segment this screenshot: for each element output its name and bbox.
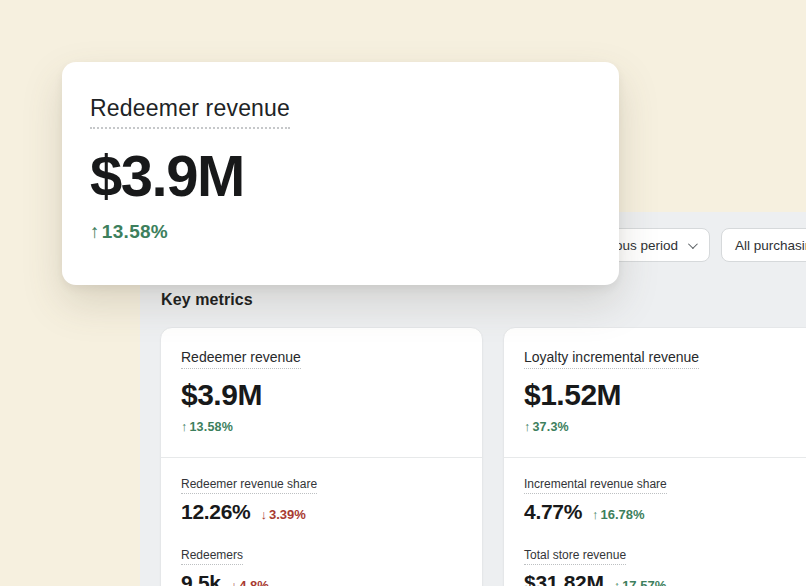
chevron-down-icon [688, 239, 698, 249]
period-filter-label: ous period [615, 238, 678, 253]
trend-change: 17.57% [614, 578, 667, 586]
metric-cards-row: Redeemer revenue $3.9M 13.58% Redeemer r… [160, 327, 806, 586]
sub-metric-label-tooltip-trigger[interactable]: Redeemers [181, 548, 243, 565]
metric-title-tooltip-trigger[interactable]: Redeemer revenue [181, 349, 301, 369]
card-primary-metric: Redeemer revenue $3.9M 13.58% [161, 328, 482, 458]
trend-arrow-icon [181, 420, 187, 434]
trend-change: 16.78% [592, 507, 645, 522]
sub-metric: Redeemers 9.5k 4.8% [181, 545, 462, 586]
card-sub-metrics: Incremental revenue share 4.77% 16.78% T… [504, 458, 806, 586]
sub-metric-label-tooltip-trigger[interactable]: Incremental revenue share [524, 477, 667, 494]
sub-metric-label-tooltip-trigger[interactable]: Redeemer revenue share [181, 477, 317, 494]
change-value: 16.78% [601, 507, 645, 522]
card-primary-metric: Loyalty incremental revenue $1.52M 37.3% [504, 328, 806, 458]
trend-change: 4.8% [231, 578, 269, 586]
change-value: 13.58% [189, 420, 233, 434]
sub-metric-value: $31.82M [524, 571, 604, 586]
loyalty-incremental-revenue-card: Loyalty incremental revenue $1.52M 37.3%… [503, 327, 806, 586]
trend-change: 13.58% [181, 420, 233, 434]
trend-change: 3.39% [260, 507, 305, 522]
change-value: 37.3% [532, 420, 568, 434]
purchasing-filter-label: All purchasing [735, 238, 806, 253]
card-sub-metrics: Redeemer revenue share 12.26% 3.39% Rede… [161, 458, 482, 586]
trend-arrow-icon [90, 221, 100, 243]
sub-metric-value: 4.77% [524, 500, 582, 524]
trend-arrow-icon [260, 507, 267, 522]
trend-arrow-icon [614, 578, 621, 586]
trend-arrow-icon [524, 420, 530, 434]
change-value: 4.8% [239, 578, 269, 586]
key-metrics-heading: Key metrics [161, 291, 253, 309]
sub-metric: Incremental revenue share 4.77% 16.78% [524, 474, 805, 524]
trend-change: 37.3% [524, 420, 569, 434]
metric-value: $1.52M [524, 378, 805, 412]
metric-value: $3.9M [90, 142, 619, 209]
trend-arrow-icon [231, 578, 238, 586]
trend-change: 13.58% [90, 221, 168, 243]
purchasing-filter-dropdown[interactable]: All purchasing [721, 228, 806, 262]
metric-title-tooltip-trigger[interactable]: Redeemer revenue [90, 95, 290, 129]
sub-metric: Total store revenue $31.82M 17.57% [524, 545, 805, 586]
trend-arrow-icon [592, 507, 599, 522]
change-value: 3.39% [269, 507, 306, 522]
sub-metric-value: 9.5k [181, 571, 221, 586]
metric-value: $3.9M [181, 378, 462, 412]
redeemer-revenue-overlay-card: Redeemer revenue $3.9M 13.58% [62, 62, 619, 285]
sub-metric: Redeemer revenue share 12.26% 3.39% [181, 474, 462, 524]
metric-title-tooltip-trigger[interactable]: Loyalty incremental revenue [524, 349, 699, 369]
change-value: 17.57% [622, 578, 666, 586]
change-value: 13.58% [102, 221, 168, 243]
redeemer-revenue-card: Redeemer revenue $3.9M 13.58% Redeemer r… [160, 327, 483, 586]
sub-metric-label-tooltip-trigger[interactable]: Total store revenue [524, 548, 626, 565]
sub-metric-value: 12.26% [181, 500, 250, 524]
